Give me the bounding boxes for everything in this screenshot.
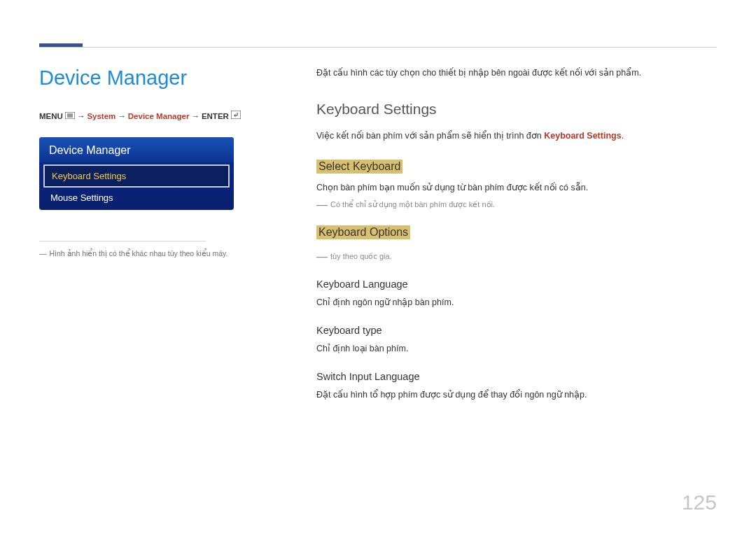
breadcrumb-system: System (87, 111, 115, 122)
page-number: 125 (682, 491, 717, 514)
paragraph-part-c: . (622, 131, 624, 141)
paragraph-select-keyboard: Chọn bàn phím bạn muốn sử dụng từ bàn ph… (316, 181, 708, 195)
heading-select-keyboard: Select Keyboard (316, 160, 402, 174)
note-one-keyboard: ―Có thể chỉ sử dụng một bàn phím được kế… (316, 199, 708, 211)
intro-paragraph: Đặt cấu hình các tùy chọn cho thiết bị n… (316, 66, 708, 80)
highlight-keyboard-settings: Keyboard Settings (544, 131, 621, 141)
paragraph-keyboard-type: Chỉ định loại bàn phím. (316, 342, 708, 356)
heading-switch-input-language: Switch Input Language (316, 371, 708, 382)
note-country: ―tùy theo quốc gia. (316, 251, 708, 263)
heading-keyboard-settings: Keyboard Settings (316, 101, 708, 118)
dash-icon: ― (316, 199, 328, 211)
left-divider (39, 241, 206, 241)
paragraph-part-a: Việc kết nối bàn phím với sản phẩm sẽ hi… (316, 131, 544, 141)
breadcrumb-arrow: → (77, 111, 85, 122)
breadcrumb-device-manager: Device Manager (128, 111, 190, 122)
note-text: Có thể chỉ sử dụng một bàn phím được kết… (330, 200, 495, 209)
dash-icon: ― (316, 251, 328, 262)
osd-panel-header: Device Manager (39, 137, 234, 162)
breadcrumb-arrow: → (191, 111, 200, 122)
left-footnote-text: Hình ảnh hiển thị có thể khác nhau tùy t… (50, 249, 228, 258)
breadcrumb: MENU → System → Device Manager → ENTER (39, 111, 291, 122)
dash-icon: ― (39, 249, 47, 258)
note-text: tùy theo quốc gia. (330, 252, 392, 260)
left-column: Device Manager MENU → System → Device Ma… (39, 66, 291, 259)
breadcrumb-menu-label: MENU (39, 111, 63, 122)
svg-rect-4 (231, 111, 241, 119)
menu-icon (65, 111, 75, 122)
enter-icon (231, 111, 241, 122)
right-column: Đặt cấu hình các tùy chọn cho thiết bị n… (316, 66, 708, 402)
osd-item-mouse-settings[interactable]: Mouse Settings (39, 188, 234, 210)
heading-keyboard-type: Keyboard type (316, 325, 708, 336)
top-divider (39, 47, 717, 48)
page-title: Device Manager (39, 66, 291, 90)
breadcrumb-arrow: → (118, 111, 126, 122)
heading-keyboard-language: Keyboard Language (316, 279, 708, 290)
paragraph-connect-keyboard: Việc kết nối bàn phím với sản phẩm sẽ hi… (316, 129, 708, 143)
left-footnote: ―Hình ảnh hiển thị có thể khác nhau tùy … (39, 248, 291, 259)
heading-keyboard-options: Keyboard Options (316, 225, 410, 239)
paragraph-keyboard-language: Chỉ định ngôn ngữ nhập bàn phím. (316, 295, 708, 309)
osd-panel: Device Manager Keyboard Settings Mouse S… (39, 137, 234, 210)
osd-item-keyboard-settings[interactable]: Keyboard Settings (43, 164, 230, 188)
paragraph-switch-input-language: Đặt cấu hình tổ hợp phím được sử dụng để… (316, 388, 708, 402)
breadcrumb-enter-label: ENTER (202, 111, 229, 122)
